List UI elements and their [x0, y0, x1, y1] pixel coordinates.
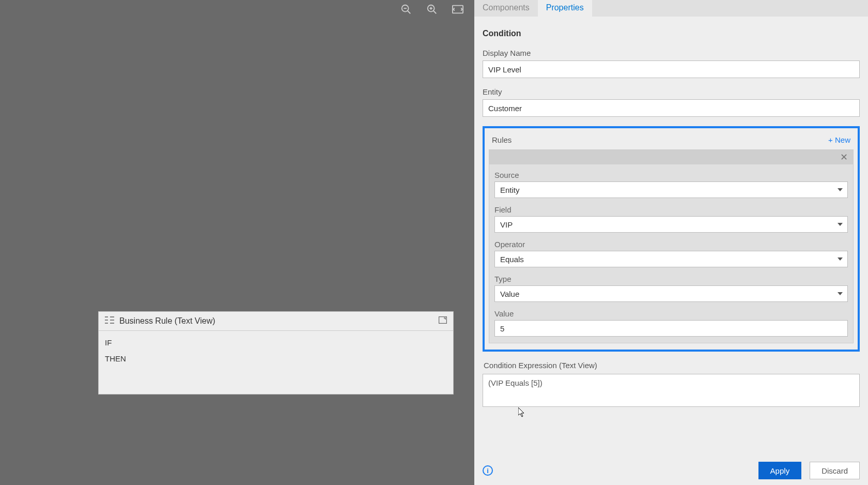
rules-new-button[interactable]: + New	[828, 135, 850, 144]
right-panel: Components Properties Condition Display …	[474, 0, 868, 485]
svg-line-1	[408, 11, 411, 14]
text-view-header: Business Rule (Text View)	[99, 312, 453, 331]
expression-value: (VIP Equals [5])	[488, 378, 542, 387]
rule-type-select[interactable]: Value	[494, 285, 848, 302]
rule-value-label: Value	[494, 309, 848, 318]
text-view-icon	[105, 316, 114, 326]
display-name-label: Display Name	[483, 49, 860, 57]
rule-operator-select[interactable]: Equals	[494, 251, 848, 267]
canvas-toolbar	[400, 3, 464, 16]
expression-label: Condition Expression (Text View)	[484, 361, 860, 370]
business-rule-text-view-panel: Business Rule (Text View) IF THEN	[98, 311, 454, 395]
display-name-input[interactable]	[483, 60, 860, 78]
panel-footer: i Apply Discard	[474, 456, 868, 485]
text-view-body: IF THEN	[99, 331, 453, 394]
discard-button[interactable]: Discard	[810, 462, 860, 479]
panel-content: Condition Display Name Entity Rules + Ne…	[474, 17, 868, 456]
rule-type-label: Type	[494, 275, 848, 283]
entity-group: Entity	[483, 87, 860, 117]
tab-properties[interactable]: Properties	[538, 0, 592, 17]
apply-button[interactable]: Apply	[758, 462, 802, 479]
text-view-then: THEN	[105, 354, 447, 363]
rule-remove-icon[interactable]: ✕	[839, 151, 849, 163]
zoom-in-icon[interactable]	[426, 3, 438, 16]
rule-value-input[interactable]	[494, 320, 848, 337]
expression-textview: (VIP Equals [5])	[483, 374, 860, 407]
info-icon[interactable]: i	[483, 465, 493, 476]
text-view-title: Business Rule (Text View)	[119, 316, 215, 326]
rule-item: ✕ Source Entity Field VIP	[489, 149, 854, 343]
tab-components[interactable]: Components	[474, 0, 538, 17]
entity-label: Entity	[483, 87, 860, 96]
text-view-if: IF	[105, 338, 447, 347]
section-condition-title: Condition	[483, 29, 860, 38]
svg-rect-7	[453, 6, 463, 13]
svg-line-4	[433, 11, 437, 14]
zoom-out-icon[interactable]	[400, 3, 412, 16]
panel-tabs: Components Properties	[474, 0, 868, 17]
fit-screen-icon[interactable]	[452, 3, 464, 16]
rule-source-label: Source	[494, 171, 848, 179]
rule-field-label: Field	[494, 205, 848, 214]
rules-label: Rules	[492, 135, 512, 144]
rule-operator-label: Operator	[494, 240, 848, 249]
canvas-area[interactable]: Business Rule (Text View) IF THEN	[0, 0, 474, 485]
rules-section: Rules + New ✕ Source Entity Field	[483, 126, 860, 352]
rule-source-select[interactable]: Entity	[494, 181, 848, 198]
display-name-group: Display Name	[483, 49, 860, 78]
expand-icon[interactable]	[439, 316, 447, 326]
entity-input[interactable]	[483, 99, 860, 117]
rule-field-select[interactable]: VIP	[494, 216, 848, 233]
